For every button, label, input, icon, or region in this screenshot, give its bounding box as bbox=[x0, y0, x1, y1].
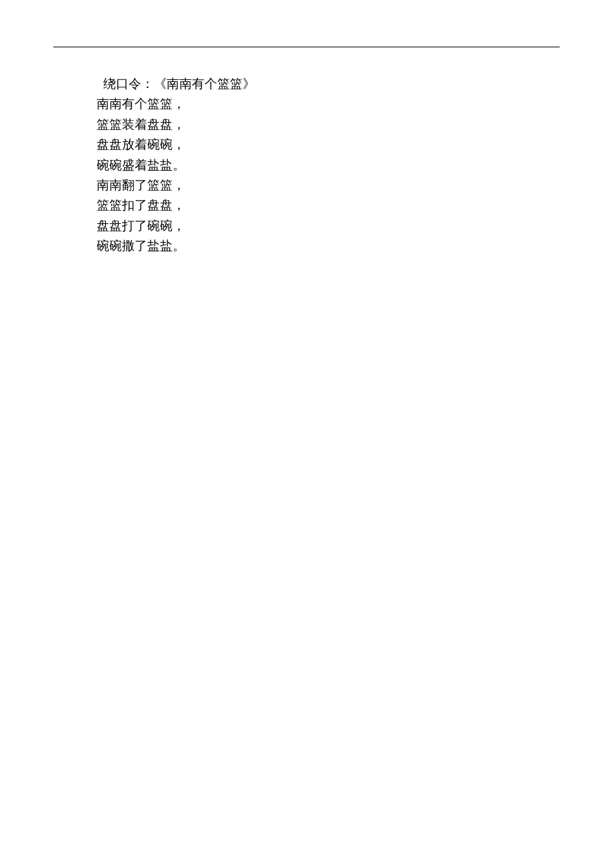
poem-line: 碗碗盛着盐盐。 bbox=[97, 155, 560, 175]
document-page: 绕口令：《南南有个篮篮》 南南有个篮篮， 篮篮装着盘盘， 盘盘放着碗碗， 碗碗盛… bbox=[0, 0, 613, 257]
poem-line: 篮篮装着盘盘， bbox=[97, 115, 560, 135]
document-title: 《南南有个篮篮》 bbox=[154, 77, 255, 91]
poem-line: 盘盘打了碗碗， bbox=[97, 216, 560, 236]
poem-line: 篮篮扣了盘盘， bbox=[97, 195, 560, 215]
poem-line: 南南翻了篮篮， bbox=[97, 175, 560, 195]
poem-line: 南南有个篮篮， bbox=[97, 94, 560, 114]
poem-line: 盘盘放着碗碗， bbox=[97, 135, 560, 155]
document-content: 绕口令：《南南有个篮篮》 南南有个篮篮， 篮篮装着盘盘， 盘盘放着碗碗， 碗碗盛… bbox=[53, 74, 560, 257]
poem-line: 碗碗撒了盐盐。 bbox=[97, 236, 560, 256]
title-line: 绕口令：《南南有个篮篮》 bbox=[97, 74, 560, 94]
page-divider bbox=[53, 47, 560, 47]
title-prefix: 绕口令： bbox=[103, 77, 154, 91]
